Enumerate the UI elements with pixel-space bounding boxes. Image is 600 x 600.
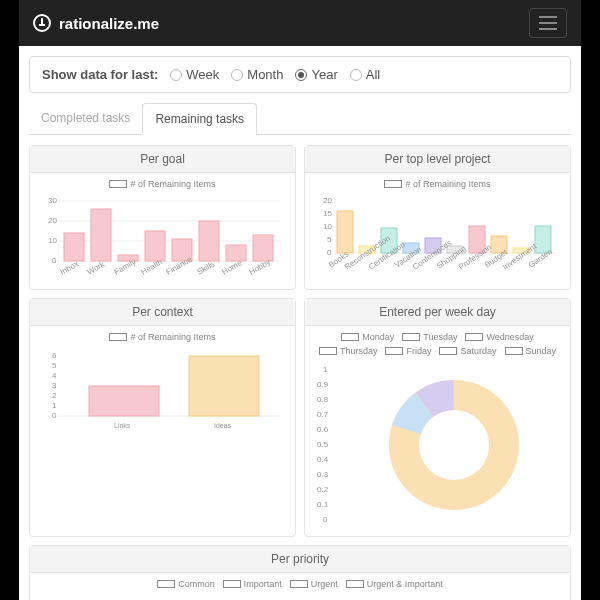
chart-per-project: 05101520 Books Reconstruction Certificat… [309, 193, 559, 283]
filter-month[interactable]: Month [231, 67, 283, 82]
svg-text:Inbox: Inbox [59, 259, 80, 277]
chart-per-goal: 0102030 Inbox Work Family Health Finance [34, 193, 284, 283]
svg-rect-13 [199, 221, 219, 261]
svg-rect-14 [226, 245, 246, 261]
card-title: Per priority [30, 546, 570, 573]
card-title: Per goal [30, 146, 295, 173]
svg-rect-59 [189, 356, 259, 416]
chart-per-context: 0123456 Links Ideas [34, 346, 284, 436]
svg-text:0.8: 0.8 [317, 395, 329, 404]
brand-text: rationalize.me [59, 15, 159, 32]
svg-text:2: 2 [52, 391, 57, 400]
tab-completed[interactable]: Completed tasks [29, 103, 142, 134]
card-per-weekday: Entered per week day Monday Tuesday Wedn… [304, 298, 571, 537]
svg-text:10: 10 [48, 236, 57, 245]
tabs: Completed tasks Remaining tasks [29, 103, 571, 135]
card-title: Per context [30, 299, 295, 326]
svg-text:20: 20 [48, 216, 57, 225]
navbar: rationalize.me [19, 0, 581, 46]
filter-week[interactable]: Week [170, 67, 219, 82]
svg-text:Ideas: Ideas [214, 422, 232, 429]
svg-text:Links: Links [114, 422, 131, 429]
tab-remaining[interactable]: Remaining tasks [142, 103, 257, 135]
svg-text:0.5: 0.5 [317, 440, 329, 449]
svg-text:0.9: 0.9 [317, 380, 329, 389]
card-per-goal: Per goal # of Remaining Items 0102030 In… [29, 145, 296, 290]
svg-rect-15 [253, 235, 273, 261]
chart-per-weekday: 00.10.20.30.40.50.60.70.80.91 [309, 360, 559, 530]
card-per-context: Per context # of Remaining Items 0123456… [29, 298, 296, 537]
svg-text:3: 3 [52, 381, 57, 390]
time-filter-panel: Show data for last: Week Month Year All [29, 56, 571, 93]
svg-text:6: 6 [52, 351, 57, 360]
svg-text:5: 5 [327, 235, 332, 244]
svg-text:0.2: 0.2 [317, 485, 329, 494]
legend-weekday: Monday Tuesday Wednesday Thursday Friday… [309, 332, 566, 356]
chart-per-priority: 0.60.70.80.91 [34, 593, 284, 600]
svg-text:0.4: 0.4 [317, 455, 329, 464]
menu-toggle[interactable] [529, 8, 567, 38]
svg-text:Skills: Skills [196, 260, 217, 277]
filter-label: Show data for last: [42, 67, 158, 82]
svg-text:10: 10 [323, 222, 332, 231]
svg-text:Work: Work [86, 259, 107, 277]
svg-text:15: 15 [323, 209, 332, 218]
svg-text:0.6: 0.6 [317, 425, 329, 434]
logo-icon [33, 14, 51, 32]
card-per-project: Per top level project # of Remaining Ite… [304, 145, 571, 290]
svg-rect-30 [337, 211, 353, 253]
svg-rect-58 [89, 386, 159, 416]
legend-priority: Common Important Urgent Urgent & Importa… [34, 579, 566, 589]
svg-text:0: 0 [323, 515, 328, 524]
svg-text:0.1: 0.1 [317, 500, 329, 509]
svg-text:0: 0 [52, 256, 57, 265]
card-title: Entered per week day [305, 299, 570, 326]
svg-text:0.3: 0.3 [317, 470, 329, 479]
svg-text:1: 1 [323, 365, 328, 374]
charts-grid: Per goal # of Remaining Items 0102030 In… [19, 135, 581, 600]
card-per-priority: Per priority Common Important Urgent Urg… [29, 545, 571, 600]
filter-year[interactable]: Year [295, 67, 337, 82]
filter-all[interactable]: All [350, 67, 380, 82]
svg-text:0: 0 [327, 248, 332, 257]
svg-rect-9 [91, 209, 111, 261]
svg-text:30: 30 [48, 196, 57, 205]
svg-text:4: 4 [52, 371, 57, 380]
svg-rect-8 [64, 233, 84, 261]
svg-text:1: 1 [52, 401, 57, 410]
svg-text:0.7: 0.7 [317, 410, 329, 419]
svg-text:20: 20 [323, 196, 332, 205]
svg-text:0: 0 [52, 411, 57, 420]
brand[interactable]: rationalize.me [33, 14, 159, 32]
svg-text:5: 5 [52, 361, 57, 370]
card-title: Per top level project [305, 146, 570, 173]
svg-rect-11 [145, 231, 165, 261]
